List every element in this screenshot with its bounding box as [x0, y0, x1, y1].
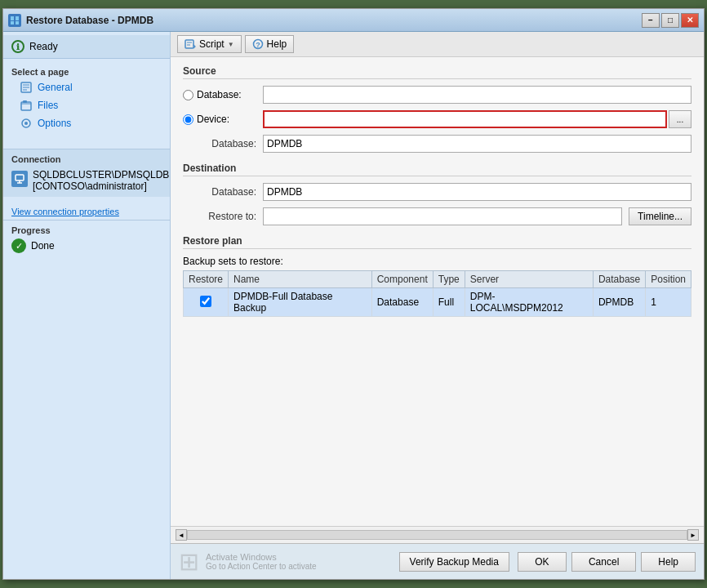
device-radio-label: Device:	[197, 114, 229, 125]
script-button[interactable]: Script ▼	[177, 35, 242, 53]
horizontal-scrollbar[interactable]	[187, 530, 687, 540]
col-database: Database	[593, 271, 645, 288]
svg-rect-12	[16, 175, 24, 180]
sidebar-section-header: Select a page	[3, 64, 170, 78]
dest-database-select[interactable]: DPMDB	[263, 183, 691, 201]
restore-plan-header: Restore plan	[183, 235, 691, 249]
help-icon: ?	[252, 38, 264, 50]
row-database: DPMDB	[593, 288, 645, 317]
destination-section: Destination Database: DPMDB Restore to: …	[183, 163, 691, 225]
progress-item: ✓ Done	[11, 238, 162, 253]
activate-text: Activate Windows	[206, 552, 317, 562]
sidebar-status: ℹ Ready	[3, 35, 170, 59]
ok-button[interactable]: OK	[518, 552, 567, 572]
sidebar-item-general[interactable]: General	[3, 78, 170, 96]
scroll-left-btn[interactable]: ◄	[176, 529, 187, 541]
sidebar: ℹ Ready Select a page General Files	[3, 32, 171, 579]
svg-rect-2	[11, 21, 14, 24]
sidebar-item-options[interactable]: Options	[3, 114, 170, 132]
scrollbar-area: ◄ ►	[171, 526, 704, 543]
window-title: Restore Database - DPMDB	[26, 15, 153, 26]
source-db-row: Database: DPMDB	[183, 135, 691, 153]
connection-icon	[11, 171, 28, 187]
close-button[interactable]: ✕	[681, 13, 699, 28]
main-content: Script ▼ ? Help Source Database:	[171, 32, 704, 579]
svg-text:?: ?	[256, 41, 260, 49]
dialog-buttons: OK Cancel Help	[518, 552, 696, 572]
backup-table: Restore Name Component Type Server Datab…	[183, 270, 691, 317]
database-radio-row: Database:	[183, 86, 691, 104]
help-button[interactable]: ? Help	[245, 35, 295, 53]
col-name: Name	[229, 271, 372, 288]
title-bar: Restore Database - DPMDB − □ ✕	[3, 9, 704, 32]
source-section: Source Database: Device:	[183, 65, 691, 153]
device-input-group: F:\DPM-LOCAL.BAK ...	[263, 110, 691, 128]
verify-button[interactable]: Verify Backup Media	[399, 552, 509, 572]
cancel-button[interactable]: Cancel	[571, 552, 636, 572]
sidebar-item-files[interactable]: Files	[3, 96, 170, 114]
row-server: DPM-LOCAL\MSDPM2012	[465, 288, 593, 317]
col-server: Server	[465, 271, 593, 288]
restore-checkbox[interactable]	[200, 296, 211, 307]
view-connection-link[interactable]: View connection properties	[3, 203, 170, 220]
script-label: Script	[199, 38, 225, 50]
sidebar-item-files-label: Files	[38, 100, 58, 111]
scroll-right-btn[interactable]: ►	[687, 529, 699, 541]
maximize-button[interactable]: □	[661, 13, 679, 28]
form-area: Source Database: Device:	[171, 57, 704, 526]
device-input[interactable]: F:\DPM-LOCAL.BAK	[263, 110, 667, 128]
source-db-label: Database:	[183, 138, 256, 149]
connection-text: SQLDBCLUSTER\DPMSQLDB [CONTOSO\administr…	[33, 169, 169, 192]
script-icon	[185, 38, 196, 50]
dest-database-row: Database: DPMDB	[183, 183, 691, 201]
database-select[interactable]	[263, 86, 691, 104]
toolbar: Script ▼ ? Help	[171, 32, 704, 57]
browse-button[interactable]: ...	[669, 110, 691, 128]
svg-point-11	[24, 122, 28, 125]
timeline-button[interactable]: Timeline...	[629, 207, 691, 225]
svg-rect-15	[185, 40, 193, 48]
svg-rect-3	[16, 21, 19, 24]
files-icon	[20, 99, 33, 112]
content-area: ℹ Ready Select a page General Files	[3, 32, 704, 579]
options-icon	[20, 117, 33, 130]
activate-subtext: Go to Action Center to activate	[206, 562, 317, 571]
col-component: Component	[371, 271, 433, 288]
window-icon	[8, 14, 21, 27]
progress-section: Progress ✓ Done	[3, 220, 170, 258]
source-header: Source	[183, 65, 691, 79]
status-text: Ready	[29, 41, 58, 52]
connection-section: Connection SQLDBCLUSTER\DPMSQLDB [CONTOS…	[3, 149, 170, 197]
svg-rect-0	[11, 16, 14, 20]
windows-watermark-icon: ⊞	[179, 547, 199, 576]
restore-to-label: Restore to:	[183, 211, 256, 222]
device-radio-row: Device: F:\DPM-LOCAL.BAK ...	[183, 110, 691, 128]
main-window: Restore Database - DPMDB − □ ✕ ℹ Ready S…	[2, 8, 705, 580]
restore-to-input[interactable]: The last backup taken (Tuesday, July 30,…	[263, 207, 622, 225]
row-name: DPMDB-Full Database Backup	[229, 288, 372, 317]
watermark-text: Activate Windows Go to Action Center to …	[206, 552, 317, 571]
col-position: Position	[646, 271, 691, 288]
help-label: Help	[267, 38, 287, 50]
row-component: Database	[371, 288, 433, 317]
backup-sets-label: Backup sets to restore:	[183, 256, 691, 267]
help-dialog-button[interactable]: Help	[641, 552, 696, 572]
watermark-area: ⊞ Activate Windows Go to Action Center t…	[179, 547, 509, 576]
svg-rect-9	[23, 100, 27, 103]
connection-info: SQLDBCLUSTER\DPMSQLDB [CONTOSO\administr…	[11, 169, 162, 192]
connection-user: [CONTOSO\administrator]	[33, 180, 169, 192]
row-position: 1	[646, 288, 691, 317]
window-controls: − □ ✕	[642, 13, 699, 28]
col-restore: Restore	[184, 271, 229, 288]
database-radio-label: Database:	[197, 89, 242, 100]
bottom-footer: ⊞ Activate Windows Go to Action Center t…	[171, 543, 704, 579]
script-dropdown-arrow: ▼	[228, 41, 234, 48]
database-radio[interactable]	[183, 90, 193, 100]
device-radio[interactable]	[183, 114, 193, 125]
minimize-button[interactable]: −	[642, 13, 660, 28]
ready-icon: ℹ	[11, 40, 24, 53]
restore-checkbox-cell	[184, 288, 229, 317]
table-row: DPMDB-Full Database Backup Database Full…	[184, 288, 691, 317]
restore-to-row: Restore to: The last backup taken (Tuesd…	[183, 207, 691, 225]
source-db-select[interactable]: DPMDB	[263, 135, 691, 153]
